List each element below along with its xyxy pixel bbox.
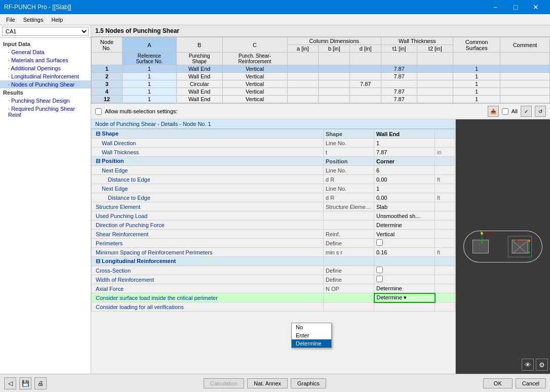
col-header-d-in: d [in] bbox=[350, 45, 381, 53]
details-param: d R bbox=[324, 175, 374, 184]
details-unit: ft bbox=[435, 175, 455, 184]
details-label: Distance to Edge bbox=[92, 193, 324, 202]
details-row: ⊟ Position Position Corner bbox=[92, 157, 455, 166]
details-row[interactable]: Consider surface load inside the critica… bbox=[92, 293, 455, 302]
col-d-cell bbox=[350, 73, 381, 80]
dropdown-option[interactable]: Enter bbox=[292, 331, 331, 339]
details-row: Next Edge Line No. 1 bbox=[92, 184, 455, 193]
details-value: 0.00 bbox=[374, 193, 435, 202]
tree-group-input-label: Input Data bbox=[0, 40, 91, 48]
table-row[interactable]: 3 1 Circular Vertical 7.87 1 bbox=[92, 80, 550, 88]
menu-settings[interactable]: Settings bbox=[19, 16, 48, 24]
back-button[interactable]: ◁ bbox=[4, 377, 16, 389]
tree-group-results-label: Results bbox=[0, 89, 91, 97]
graphics-button[interactable]: Graphics bbox=[291, 378, 326, 388]
sidebar-item-openings[interactable]: · Additional Openings bbox=[0, 64, 91, 72]
col-subheader-punch-shape: PunchingShape bbox=[176, 53, 222, 65]
svg-rect-3 bbox=[512, 240, 528, 253]
maximize-button[interactable]: □ bbox=[505, 0, 526, 14]
details-param: Position bbox=[324, 157, 374, 166]
details-row: Consider loading for all verifications bbox=[92, 302, 455, 312]
menu-file[interactable]: File bbox=[2, 16, 19, 24]
col-t1-cell bbox=[381, 80, 417, 88]
ok-button[interactable]: OK bbox=[483, 378, 513, 388]
ref-surface-cell: 1 bbox=[122, 65, 176, 73]
checkbox-row: Allow multi-selection settings: 📥 All ✓ … bbox=[91, 104, 550, 119]
sidebar-tree: Input Data · General Data · Materials an… bbox=[0, 38, 91, 374]
all-checkbox[interactable] bbox=[502, 108, 508, 115]
col-header-b-in: b [in] bbox=[319, 45, 350, 53]
details-value: Corner bbox=[374, 157, 435, 166]
details-param: Line No. bbox=[324, 139, 374, 148]
menu-help[interactable]: Help bbox=[47, 16, 67, 24]
details-header: Node of Punching Shear - Details - Node … bbox=[91, 119, 455, 129]
details-param: Reinf. bbox=[324, 230, 374, 239]
common-surfaces-cell: 1 bbox=[453, 73, 500, 80]
common-surfaces-cell: 1 bbox=[453, 80, 500, 88]
sidebar-item-general-data[interactable]: · General Data bbox=[0, 48, 91, 56]
details-value: 0.00 bbox=[374, 175, 435, 184]
details-value: Vertical bbox=[374, 230, 435, 239]
import-button[interactable]: 📥 bbox=[488, 106, 499, 117]
details-unit bbox=[435, 129, 455, 139]
sidebar-item-required-reinf[interactable]: · Required Punching Shear Reinf bbox=[0, 105, 91, 119]
details-param bbox=[324, 302, 374, 312]
sidebar-item-materials[interactable]: · Materials and Surfaces bbox=[0, 56, 91, 64]
nodes-table: NodeNo. A B C Column Dimensions Wall Thi… bbox=[91, 37, 550, 103]
save-button[interactable]: 💾 bbox=[19, 377, 31, 389]
col-t2-cell bbox=[417, 65, 453, 73]
dropdown-option[interactable]: Determine bbox=[292, 339, 331, 347]
details-unit: ft bbox=[435, 193, 455, 202]
details-row: Cross-Section Define bbox=[92, 266, 455, 275]
details-unit bbox=[435, 166, 455, 175]
svg-rect-2 bbox=[473, 240, 489, 253]
main-layout: CA1 Input Data · General Data · Material… bbox=[0, 25, 550, 374]
svg-text:y': y' bbox=[479, 243, 480, 246]
common-surfaces-cell: 1 bbox=[453, 65, 500, 73]
details-value-checkbox bbox=[374, 239, 435, 248]
sidebar-item-nodes-punching[interactable]: · Nodes of Punching Shear bbox=[0, 80, 91, 89]
dropdown-option[interactable]: No bbox=[292, 323, 331, 331]
details-param: Structure Eleme... bbox=[324, 202, 374, 211]
col-header-a-in: a [in] bbox=[287, 45, 319, 53]
col-subheader-punch-reinf: Punch. Shear-Reinforcement bbox=[222, 53, 287, 65]
calculation-button[interactable]: Calculation bbox=[204, 378, 244, 388]
punch-reinf-cell: Vertical bbox=[222, 96, 287, 103]
viz-render-button[interactable]: ⚙ bbox=[536, 359, 548, 371]
details-dropdown-cell[interactable]: Determine ▾ bbox=[374, 293, 435, 302]
col-header-c: C bbox=[222, 37, 287, 53]
details-label: Wall Thickness bbox=[92, 148, 324, 157]
check-button[interactable]: ✓ bbox=[521, 106, 532, 117]
details-row: Wall Direction Line No. 1 bbox=[92, 139, 455, 148]
table-row[interactable]: 2 1 Wall End Vertical 7.87 1 bbox=[92, 73, 550, 80]
window-title: RF-PUNCH Pro - [[Slab]] bbox=[4, 4, 71, 11]
table-row[interactable]: 4 1 Wall End Vertical 7.87 1 bbox=[92, 88, 550, 96]
print-button[interactable]: 🖨 bbox=[34, 377, 47, 389]
all-label: All bbox=[512, 108, 518, 114]
viz-eye-button[interactable]: 👁 bbox=[522, 359, 534, 371]
minimize-button[interactable]: − bbox=[485, 0, 505, 14]
cancel-button[interactable]: Cancel bbox=[516, 378, 546, 388]
multi-selection-checkbox[interactable] bbox=[95, 108, 102, 115]
details-row: Perimeters Define bbox=[92, 239, 455, 248]
viz-panel: 1 y' bbox=[456, 119, 550, 374]
table-row[interactable]: 12 1 Wall End Vertical 7.87 1 bbox=[92, 96, 550, 103]
nat-annex-button[interactable]: Nat. Annex bbox=[247, 378, 288, 388]
dropdown-popup: NoEnterDetermine bbox=[291, 323, 332, 348]
col-header-comment: Comment bbox=[500, 37, 549, 53]
col-d-cell bbox=[350, 88, 381, 96]
details-label: Consider surface load inside the critica… bbox=[92, 293, 324, 302]
comment-cell bbox=[500, 88, 549, 96]
sidebar-item-longitudinal[interactable]: · Longitudinal Reinforcement bbox=[0, 72, 91, 80]
sidebar-item-punching-design[interactable]: · Punching Shear Design bbox=[0, 97, 91, 105]
node-no-cell: 12 bbox=[92, 96, 123, 103]
table-row[interactable]: 1 1 Wall End Vertical 7.87 1 bbox=[92, 65, 550, 73]
comment-cell bbox=[500, 73, 549, 80]
details-unit bbox=[435, 211, 455, 221]
close-button[interactable]: ✕ bbox=[526, 0, 546, 14]
details-table-container: ⊟ Shape Shape Wall End Wall Direction Li… bbox=[91, 129, 455, 374]
details-label: Axial Force bbox=[92, 284, 324, 293]
node-no-cell: 1 bbox=[92, 65, 123, 73]
case-select[interactable]: CA1 bbox=[2, 27, 89, 36]
reset-button[interactable]: ↺ bbox=[535, 106, 546, 117]
